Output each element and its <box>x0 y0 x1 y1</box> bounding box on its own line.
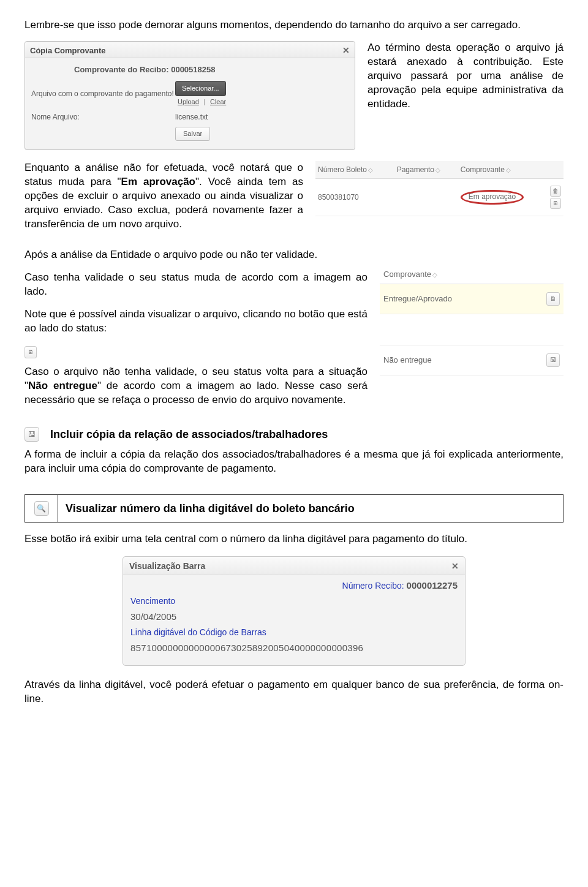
cell-boleto: 8500381070 <box>315 178 394 216</box>
status-paragraph: Enquanto a análise não for efetuada, voc… <box>24 161 303 232</box>
section-associados-title: Incluir cópia da relação de associados/t… <box>50 427 328 442</box>
section-barra-title: Visualizar número da linha digitável do … <box>58 495 362 522</box>
upload-dialog-title: Cópia Comprovante <box>30 45 106 56</box>
vencimento-value: 30/04/2005 <box>130 609 458 625</box>
clear-link[interactable]: Clear <box>210 98 226 105</box>
salvar-button[interactable]: Salvar <box>175 127 210 141</box>
p-associados: A forma de incluir a cópia da relação do… <box>24 448 564 476</box>
save-icon[interactable]: 🖫 <box>546 353 560 367</box>
delete-icon[interactable]: 🗑 <box>550 186 561 197</box>
save-icon[interactable]: 🖫 <box>24 427 39 442</box>
p-note: Note que é possível ainda visualizar o a… <box>24 308 368 336</box>
linha-value: 8571000000000000067302589200504000000000… <box>130 640 458 656</box>
col-comprovante[interactable]: Comprovante <box>458 161 548 179</box>
p-apos: Após a análise da Entidade o arquivo pod… <box>24 248 368 262</box>
selecionar-button[interactable]: Selecionar... <box>175 81 226 96</box>
col-numero-boleto[interactable]: Número Boleto <box>315 161 394 179</box>
linha-label: Linha digitável do Código de Barras <box>130 625 458 640</box>
close-icon[interactable]: ✕ <box>451 561 459 572</box>
recibo-heading: Comprovante do Recibo: 0000518258 <box>31 62 349 79</box>
view-icon[interactable]: 🗎 <box>546 292 560 306</box>
col-pagamento[interactable]: Pagamento <box>394 161 458 179</box>
status-table: Número Boleto Pagamento Comprovante 8500… <box>315 161 564 216</box>
barcode-dialog-title: Visualização Barra <box>129 561 205 572</box>
p-caso-validade: Caso tenha validade o seu status muda de… <box>24 271 368 299</box>
recibo-label: Número Recibo: <box>342 581 404 591</box>
upload-dialog: Cópia Comprovante ✕ Comprovante do Recib… <box>24 41 355 150</box>
status-not-delivered: Não entregue <box>383 355 432 366</box>
vencimento-label: Vencimento <box>130 594 458 609</box>
status-approved-box: Comprovante Entregue/Aprovado 🗎 <box>380 265 564 314</box>
intro-note: Lembre-se que isso pode demorar alguns m… <box>24 18 564 32</box>
p-caso-nao: Caso o arquivo não tenha validade, o seu… <box>24 365 368 407</box>
section-barra: 🔍 Visualizar número da linha digitável d… <box>24 494 564 523</box>
nome-arquivo-label: Nome Arquivo: <box>31 112 175 122</box>
field-arquivo-label: Arquivo com o comprovante do pagamento! <box>31 89 175 99</box>
close-icon[interactable]: ✕ <box>342 45 350 56</box>
p-barra-intro: Esse botão irá exibir uma tela central c… <box>24 532 564 546</box>
table-row: 8500381070 Em aprovação 🗑 🗎 <box>315 178 564 216</box>
status-approved: Entregue/Aprovado <box>383 293 452 304</box>
col-comprovante-2[interactable]: Comprovante <box>383 270 437 279</box>
barcode-dialog: Visualização Barra ✕ Número Recibo: 0000… <box>123 556 466 665</box>
upload-link[interactable]: Upload <box>178 98 199 105</box>
view-icon[interactable]: 🗎 <box>550 198 561 209</box>
search-icon[interactable]: 🔍 <box>34 501 49 516</box>
status-not-box: Não entregue 🖫 <box>380 345 564 376</box>
aside-top-text: Ao término desta operação o arquivo já e… <box>368 41 564 111</box>
status-badge: Em aprovação <box>461 190 524 204</box>
recibo-value: 0000012275 <box>407 580 458 591</box>
view-file-icon[interactable]: 🗎 <box>24 346 37 358</box>
p-final: Através da linha digitável, você poderá … <box>24 678 564 706</box>
nome-arquivo-value: license.txt <box>175 112 208 122</box>
